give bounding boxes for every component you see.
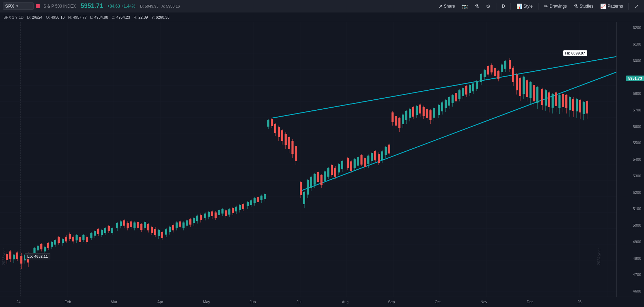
time-label-apr: Apr — [157, 300, 163, 304]
separator-3 — [538, 3, 538, 10]
svg-rect-294 — [465, 86, 467, 95]
screenshot-button[interactable]: 📷 — [459, 2, 470, 10]
fullscreen-button[interactable]: ⤢ — [632, 2, 641, 10]
svg-rect-162 — [232, 208, 234, 213]
svg-rect-38 — [9, 251, 11, 259]
svg-rect-170 — [247, 202, 249, 206]
svg-rect-94 — [111, 228, 113, 233]
svg-rect-300 — [476, 81, 478, 89]
svg-rect-232 — [357, 157, 359, 166]
svg-rect-280 — [441, 102, 443, 111]
svg-rect-124 — [165, 229, 167, 235]
time-label-25: 25 — [577, 300, 582, 304]
svg-rect-212 — [320, 175, 323, 185]
settings-button[interactable]: ⚙ — [483, 2, 493, 10]
toolbar-right: ↗ Share 📷 ⚗ ⚙ D 📊 Style ✏ Drawings ⚗ Stu… — [436, 2, 641, 10]
svg-rect-216 — [327, 168, 329, 177]
price-tick-6000: 6000 — [617, 59, 644, 63]
svg-rect-338 — [545, 90, 547, 106]
svg-rect-274 — [429, 110, 432, 120]
timeframe-button[interactable]: D — [499, 2, 508, 10]
svg-rect-154 — [218, 210, 220, 215]
price-tick-5500: 5500 — [617, 141, 644, 145]
price-tick-4800: 4800 — [617, 256, 644, 260]
svg-rect-202 — [303, 192, 305, 204]
svg-rect-88 — [101, 230, 103, 235]
svg-rect-314 — [501, 65, 503, 72]
price-tick-5100: 5100 — [617, 207, 644, 211]
svg-rect-206 — [310, 177, 312, 188]
svg-rect-332 — [533, 85, 535, 101]
svg-rect-182 — [267, 120, 269, 127]
price-tick-5200: 5200 — [617, 190, 644, 195]
svg-rect-254 — [395, 116, 397, 126]
svg-rect-234 — [360, 155, 363, 165]
svg-rect-138 — [189, 219, 191, 225]
svg-rect-36 — [6, 254, 8, 260]
svg-rect-282 — [445, 100, 447, 108]
svg-rect-50 — [33, 248, 36, 254]
svg-rect-302 — [480, 74, 482, 82]
drawings-button[interactable]: ✏ Drawings — [541, 2, 569, 10]
svg-rect-354 — [572, 99, 574, 111]
chart-main[interactable]: 2023 year 2024 year Hi: 6099.97 Lo: 4682… — [0, 22, 616, 297]
svg-rect-256 — [398, 118, 400, 128]
chart-svg: 2023 year 2024 year — [0, 22, 616, 297]
ohlc-y: Y: 6260.36 — [151, 15, 170, 19]
svg-rect-270 — [423, 107, 425, 116]
svg-rect-334 — [536, 87, 538, 103]
svg-rect-126 — [169, 227, 171, 232]
svg-rect-242 — [374, 151, 376, 160]
svg-rect-134 — [182, 222, 185, 228]
price-change: +84.63 +1.44% — [107, 4, 135, 9]
studies-button[interactable]: ⚗ Studies — [571, 2, 596, 10]
svg-rect-156 — [221, 209, 224, 214]
time-label-jun: Jun — [250, 300, 256, 304]
svg-rect-196 — [291, 141, 294, 154]
time-label-sep: Sep — [388, 300, 395, 304]
ohlc-bar: SPX 1 Y 1D D: 2/6/24 O: 4950.16 H: 4957.… — [0, 12, 644, 22]
svg-rect-178 — [260, 196, 262, 200]
svg-rect-140 — [193, 218, 195, 223]
svg-rect-132 — [179, 221, 181, 227]
symbol-selector[interactable]: SPX ▼ — [3, 2, 34, 10]
svg-rect-56 — [44, 247, 46, 251]
style-button[interactable]: 📊 Style — [514, 2, 536, 10]
svg-rect-174 — [254, 198, 256, 203]
time-label-feb: Feb — [65, 300, 71, 304]
price-tick-5000: 5000 — [617, 223, 644, 227]
svg-rect-96 — [116, 223, 118, 228]
svg-rect-152 — [215, 212, 217, 218]
svg-rect-130 — [176, 222, 178, 228]
svg-rect-84 — [94, 231, 96, 236]
svg-rect-240 — [371, 153, 373, 161]
svg-rect-146 — [204, 214, 206, 218]
lo-label: Lo: 4682.11 — [25, 253, 50, 259]
svg-rect-218 — [331, 165, 333, 175]
svg-rect-214 — [324, 171, 326, 181]
time-label-may: May — [203, 300, 210, 304]
svg-rect-318 — [509, 60, 511, 69]
svg-rect-310 — [494, 68, 496, 76]
svg-rect-266 — [416, 106, 418, 115]
share-button[interactable]: ↗ Share — [436, 2, 458, 10]
svg-rect-118 — [154, 229, 156, 235]
symbol-text: SPX — [5, 3, 14, 9]
patterns-button[interactable]: 📈 Patterns — [597, 2, 626, 10]
svg-rect-284 — [448, 97, 450, 106]
svg-rect-362 — [586, 101, 588, 113]
svg-rect-308 — [491, 65, 493, 72]
price-tick-4600: 4600 — [617, 289, 644, 293]
svg-rect-246 — [381, 151, 383, 160]
svg-rect-304 — [484, 70, 486, 77]
svg-rect-42 — [16, 252, 18, 259]
svg-rect-190 — [281, 130, 283, 141]
svg-text:2024 year: 2024 year — [597, 248, 601, 265]
svg-rect-176 — [257, 197, 259, 202]
top-bar: SPX ▼ S & P 500 INDEX 5951.71 +84.63 +1.… — [0, 0, 644, 12]
svg-rect-44 — [20, 256, 22, 264]
flask-button[interactable]: ⚗ — [472, 2, 482, 10]
svg-rect-102 — [127, 223, 129, 228]
svg-rect-292 — [462, 88, 464, 96]
svg-rect-142 — [196, 216, 198, 221]
